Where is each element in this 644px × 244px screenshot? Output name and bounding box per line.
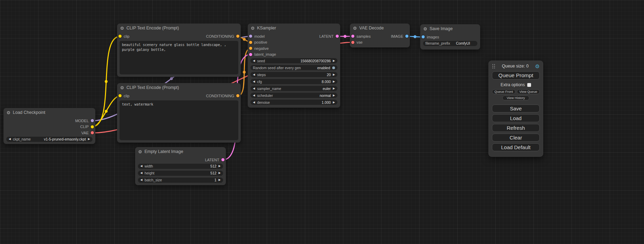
save-button[interactable]: Save <box>492 105 540 112</box>
input-slot-negative[interactable] <box>249 47 252 50</box>
increment-arrow-icon[interactable]: ▶ <box>219 165 221 168</box>
output-slot-clip[interactable] <box>91 125 94 128</box>
input-slot-model[interactable] <box>249 35 252 38</box>
node-title-bar[interactable]: CLIP Text Encode (Prompt) <box>117 83 241 92</box>
queue-prompt-button[interactable]: Queue Prompt <box>492 71 540 80</box>
input-slot-latent-image[interactable] <box>249 53 252 56</box>
load-button[interactable]: Load <box>492 114 540 122</box>
prompt-textarea[interactable]: text, watermark <box>120 100 238 140</box>
sampler-name-widget[interactable]: ◀ sampler_name euler ▶ <box>250 86 337 91</box>
input-slot-positive[interactable] <box>249 41 252 44</box>
input-slot-vae[interactable] <box>351 41 354 44</box>
widget-value: ComfyUI <box>456 41 470 45</box>
increment-arrow-icon[interactable]: ▶ <box>333 94 335 97</box>
decrement-arrow-icon[interactable]: ◀ <box>140 172 142 174</box>
seed-widget[interactable]: ◀ seed 156680208700286 ▶ <box>250 58 337 63</box>
settings-gear-icon[interactable]: ⚙ <box>535 64 540 69</box>
drag-handle-icon[interactable] <box>492 64 495 69</box>
output-slot-conditioning[interactable] <box>236 94 239 97</box>
view-queue-button[interactable]: View Queue <box>517 89 540 94</box>
increment-arrow-icon[interactable]: ▶ <box>333 87 335 90</box>
load-default-button[interactable]: Load Default <box>492 143 540 151</box>
node-graph-canvas[interactable]: Load Checkpoint MODEL CLIP VAE <box>0 0 644 244</box>
node-vae-decode[interactable]: VAE Decode samples IMAGE vae <box>350 24 410 47</box>
input-slot-clip[interactable] <box>118 94 122 97</box>
node-title: VAE Decode <box>359 26 384 30</box>
ckpt-name-widget[interactable]: ◀ ckpt_name v1-5-pruned-emaonly.ckpt ▶ <box>6 137 92 142</box>
collapse-dot[interactable] <box>121 86 124 89</box>
increment-arrow-icon[interactable]: ▶ <box>333 101 335 104</box>
height-widget[interactable]: ◀ height 512 ▶ <box>138 171 223 176</box>
increment-arrow-icon[interactable]: ▶ <box>333 80 335 83</box>
collapse-dot[interactable] <box>424 27 427 30</box>
node-clip-text-encode-positive[interactable]: CLIP Text Encode (Prompt) clip CONDITION… <box>117 24 241 77</box>
node-clip-text-encode-negative[interactable]: CLIP Text Encode (Prompt) clip CONDITION… <box>117 83 241 143</box>
batch-size-widget[interactable]: ◀ batch_size 1 ▶ <box>138 178 223 183</box>
collapse-dot[interactable] <box>251 27 254 30</box>
increment-arrow-icon[interactable]: ▶ <box>333 60 335 62</box>
scheduler-widget[interactable]: ◀ scheduler normal ▶ <box>250 93 337 98</box>
node-save-image[interactable]: Save Image images filename_prefix ComfyU… <box>420 24 480 49</box>
output-slot-image[interactable] <box>405 35 408 38</box>
output-slot-conditioning[interactable] <box>236 35 239 38</box>
input-slot-clip[interactable] <box>118 35 122 38</box>
increment-arrow-icon[interactable]: ▶ <box>219 172 221 174</box>
filename-prefix-widget[interactable]: filename_prefix ComfyUI <box>423 41 477 46</box>
output-slot-latent[interactable] <box>221 158 224 161</box>
link-midpoint-dot-model[interactable] <box>170 77 173 80</box>
link-midpoint-dot-image[interactable] <box>414 35 416 38</box>
decrement-arrow-icon[interactable]: ◀ <box>253 60 255 62</box>
collapse-dot[interactable] <box>7 111 10 114</box>
link-midpoint-dot-latent-to-decode[interactable] <box>344 35 346 38</box>
link-midpoint-dot-clip-negative[interactable] <box>105 110 107 112</box>
link-midpoint-dot-conditioning-positive[interactable] <box>243 38 246 40</box>
refresh-button[interactable]: Refresh <box>492 124 540 132</box>
collapse-dot[interactable] <box>139 150 142 153</box>
decrement-arrow-icon[interactable]: ◀ <box>9 138 11 141</box>
input-slot-samples[interactable] <box>351 35 354 38</box>
input-label-positive: positive <box>254 40 267 44</box>
widget-label: scheduler <box>257 93 318 98</box>
collapse-dot[interactable] <box>353 27 356 30</box>
width-widget[interactable]: ◀ width 512 ▶ <box>138 164 223 169</box>
output-slot-vae[interactable] <box>91 131 94 134</box>
decrement-arrow-icon[interactable]: ◀ <box>140 179 142 181</box>
clear-button[interactable]: Clear <box>492 134 540 142</box>
decrement-arrow-icon[interactable]: ◀ <box>253 80 255 83</box>
node-empty-latent-image[interactable]: Empty Latent Image LATENT ◀ width 512 ▶ … <box>135 147 226 185</box>
input-slot-images[interactable] <box>422 35 425 38</box>
decrement-arrow-icon[interactable]: ◀ <box>140 165 142 168</box>
cfg-widget[interactable]: ◀ cfg 8.000 ▶ <box>250 79 337 84</box>
link-midpoint-dot-conditioning-negative[interactable] <box>243 71 246 73</box>
node-title-bar[interactable]: Load Checkpoint <box>3 108 95 117</box>
prompt-textarea[interactable]: beautiful scenery nature glass bottle la… <box>120 41 238 74</box>
queue-front-button[interactable]: Queue Front <box>492 89 515 94</box>
node-title-bar[interactable]: VAE Decode <box>350 24 410 33</box>
output-slot-model[interactable] <box>91 119 94 122</box>
input-label-samples: samples <box>356 34 371 38</box>
node-ksampler[interactable]: KSampler model LATENT positive <box>248 24 340 108</box>
node-title-bar[interactable]: Empty Latent Image <box>135 147 226 156</box>
node-title-bar[interactable]: CLIP Text Encode (Prompt) <box>117 24 241 33</box>
collapse-dot[interactable] <box>121 27 124 30</box>
node-title-bar[interactable]: Save Image <box>420 24 480 33</box>
steps-widget[interactable]: ◀ steps 20 ▶ <box>250 72 337 77</box>
node-title-bar[interactable]: KSampler <box>248 24 340 33</box>
denoise-widget[interactable]: ◀ denoise 1.000 ▶ <box>250 100 337 105</box>
link-clip-negative[interactable] <box>92 96 120 127</box>
decrement-arrow-icon[interactable]: ◀ <box>253 87 255 90</box>
extra-options-checkbox[interactable] <box>527 83 531 87</box>
increment-arrow-icon[interactable]: ▶ <box>88 138 90 141</box>
link-clip-positive[interactable] <box>92 36 120 127</box>
output-slot-latent[interactable] <box>336 35 339 38</box>
view-history-button[interactable]: View History <box>502 96 529 100</box>
decrement-arrow-icon[interactable]: ◀ <box>253 94 255 97</box>
decrement-arrow-icon[interactable]: ◀ <box>253 73 255 76</box>
node-load-checkpoint[interactable]: Load Checkpoint MODEL CLIP VAE <box>3 108 95 144</box>
increment-arrow-icon[interactable]: ▶ <box>333 73 335 76</box>
increment-arrow-icon[interactable]: ▶ <box>219 179 221 181</box>
random-seed-toggle[interactable]: Random seed after every gen enabled <box>250 65 337 70</box>
decrement-arrow-icon[interactable]: ◀ <box>253 101 255 104</box>
link-midpoint-dot-clip-positive[interactable] <box>105 80 107 83</box>
toggle-dot-icon[interactable] <box>332 66 335 69</box>
